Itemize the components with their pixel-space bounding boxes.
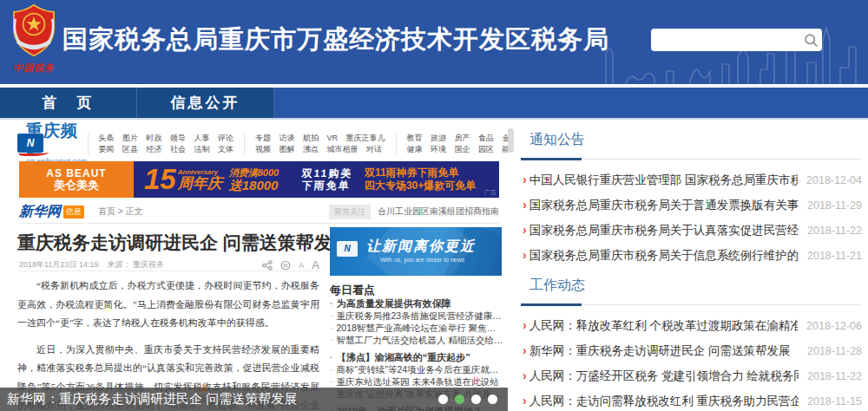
chevron-right-icon: › xyxy=(523,313,527,338)
notices-section: 通知公告 › 中国人民银行重庆营业管理部 国家税务总局重庆市税务局关于... 2… xyxy=(521,128,862,268)
article-divider xyxy=(17,271,319,271)
tax-emblem-logo: 中国税务 xyxy=(8,3,60,75)
breadcrumb-bar: 新华网 信息 首页 > 正文 聚焦关注 合川工业园区南溪组团招商指南 xyxy=(19,203,499,220)
chevron-right-icon: › xyxy=(523,338,527,363)
ad-banner[interactable]: AS BEAUT 美仑美奂 15 Anniversary 周年庆 消费满8000… xyxy=(19,161,499,198)
focus-chip[interactable]: 聚焦关注 xyxy=(329,205,371,219)
ad-slogan-line1: 双11雨神券下雨免单 xyxy=(365,166,476,179)
list-item[interactable]: 重庆东站选址茶园 未来4条轨道在此设站 xyxy=(330,375,503,388)
menu-row[interactable]: 健康 环境 国企 园区 能源 xyxy=(407,144,508,155)
chevron-right-icon: › xyxy=(523,218,527,243)
news-link[interactable]: 新华网：重庆税务走访调研进民企 问需送策帮发展 xyxy=(529,343,799,359)
carousel-dot-active[interactable] xyxy=(455,395,464,404)
table-row[interactable]: › 国家税务总局重庆市税务局关于普通发票换版有关事项的通告 2018-11-29 xyxy=(521,192,862,218)
work-news-list: › 人民网：释放改革红利 个税改革过渡期政策在渝精准落地 2018-12-06 … xyxy=(521,313,862,411)
ad-offer-line1: 消费满8000 xyxy=(229,167,279,179)
news-link[interactable]: 人民网：走访问需释放税改红利 重庆税务助力民营企业发展 xyxy=(529,394,799,409)
table-row[interactable]: › 人民网：万盛经开区税务 党建引领增合力 绘就税务同心圆 2018-11-22 xyxy=(521,363,862,388)
nav-item-info-disclosure[interactable]: 信息公开 xyxy=(137,88,274,118)
daily-highlights-title: 每日看点 xyxy=(330,283,375,298)
news-date: 2018-11-15 xyxy=(807,395,862,408)
xinhuanet-wordmark[interactable]: 新华网 xyxy=(19,203,61,221)
list-item[interactable]: 智慧工厂力气活交给机器人 精细活交给智能系统 xyxy=(330,334,503,346)
carousel-dot[interactable] xyxy=(471,395,481,404)
right-panel: 通知公告 › 中国人民银行重庆营业管理部 国家税务总局重庆市税务局关于... 2… xyxy=(521,121,862,411)
ad-anniversary-cn: 周年庆 xyxy=(178,176,222,192)
list-item[interactable]: 商标“变转续”等24项业务今后在重庆就能办理 xyxy=(330,363,503,375)
ad-anniversary-number: 15 xyxy=(144,161,176,198)
menu-row[interactable]: 专题 访谈 航拍 VR 重庆正事儿 xyxy=(255,133,385,144)
font-increase-icon[interactable]: A xyxy=(312,258,319,271)
ticker-headline[interactable]: 新华网：重庆税务走访调研进民企 问需送策帮发展 xyxy=(7,391,297,408)
ad-slogan-line2: 四大专场30+爆款可免单 xyxy=(365,179,476,192)
table-row[interactable]: › 新华网：重庆税务走访调研进民企 问需送策帮发展 2018-11-28 xyxy=(521,338,862,363)
search-icon xyxy=(804,33,819,48)
ad-art-line2: 下雨免单 xyxy=(300,179,352,192)
notices-title[interactable]: 通知公告 xyxy=(521,128,862,151)
site-header: 中国税务 国家税务总局重庆市万盛经济技术开发区税务局 xyxy=(0,0,868,84)
banner-slogan-en: With us, you are closer to news xyxy=(380,257,464,263)
menu-row[interactable]: 教育 旅游 房产 食品 金融 xyxy=(407,133,508,144)
print-icon[interactable] xyxy=(280,260,291,271)
list-item[interactable]: 2018智慧产业高峰论坛在渝举行 聚焦大数据创新 xyxy=(330,322,503,334)
article-title: 重庆税务走访调研进民企 问需送策帮发展 xyxy=(17,231,326,255)
work-news-section: 工作动态 › 人民网：释放改革红利 个税改革过渡期政策在渝精准落地 2018-1… xyxy=(521,274,862,411)
search-input[interactable] xyxy=(651,29,799,51)
focus-headline[interactable]: 合川工业园区南溪组团招商指南 xyxy=(378,206,499,218)
article-date: 2018年11月23日 14:19 xyxy=(19,259,98,271)
notice-date: 2018-11-22 xyxy=(807,225,862,237)
table-row[interactable]: › 人民网：走访问需释放税改红利 重庆税务助力民营企业发展 2018-11-15 xyxy=(521,388,862,411)
share-icon[interactable] xyxy=(262,260,273,271)
menu-row[interactable]: 视频 图解 沸点 城市相册 对话 xyxy=(255,144,385,155)
font-decrease-icon[interactable]: A xyxy=(299,261,304,270)
rule-dark xyxy=(521,158,582,160)
ad-brand-en: AS BEAUT xyxy=(46,167,106,179)
info-tag: 信息 xyxy=(63,206,84,219)
news-link[interactable]: 人民网：释放改革红利 个税改革过渡期政策在渝精准落地 xyxy=(529,318,798,334)
carousel-dot[interactable] xyxy=(438,395,448,404)
frame-scrollbar[interactable] xyxy=(508,128,514,153)
ad-tag-label: 广告 xyxy=(484,188,496,197)
carousel-dot[interactable] xyxy=(488,395,497,404)
menu-row[interactable]: 要闻 区县 经济 社会 法制 文体 xyxy=(99,144,234,155)
menu-group-2: 专题 访谈 航拍 VR 重庆正事儿 视频 图解 沸点 城市相册 对话 xyxy=(244,133,396,155)
tax-bureau-homepage: 中国税务 国家税务总局重庆市万盛经济技术开发区税务局 首 页 信息公开 N xyxy=(0,0,868,411)
table-row[interactable]: › 国家税务总局重庆市税务局关于信息系统例行维护的通知 2018-11-21 xyxy=(521,243,862,268)
ad-offer: 消费满8000 送18000 xyxy=(229,167,279,192)
page-title: 国家税务总局重庆市万盛经济技术开发区税务局 xyxy=(62,23,609,57)
list-item[interactable]: 【沸点】渝湘高铁的“重庆起步” xyxy=(330,351,503,363)
nav-item-home[interactable]: 首 页 xyxy=(0,88,137,118)
ad-brand-block: AS BEAUT 美仑美奂 xyxy=(19,161,134,198)
work-news-title[interactable]: 工作动态 xyxy=(521,274,862,297)
banner-slogan-cn: 让新闻离你更近 xyxy=(366,238,476,256)
list-item[interactable]: 重庆税务局推23条措施促民营经济健康发展 xyxy=(330,310,503,322)
search-button[interactable] xyxy=(799,29,822,51)
menu-row[interactable]: 头条 图片 时政 领导 人事 评论 xyxy=(99,133,234,144)
table-row[interactable]: › 中国人民银行重庆营业管理部 国家税务总局重庆市税务局关于... 2018-1… xyxy=(521,167,862,192)
table-row[interactable]: › 国家税务总局重庆市税务局关于认真落实促进民营经济发展若干... 2018-1… xyxy=(521,218,862,243)
section-rule xyxy=(521,158,862,160)
chevron-right-icon: › xyxy=(523,192,527,218)
embedded-news-frame: N 重庆频道 cq.xinhuanet.com 头条 图片 时政 领导 人事 评… xyxy=(0,121,508,411)
news-link[interactable]: 人民网：万盛经开区税务 党建引领增合力 绘就税务同心圆 xyxy=(529,369,799,384)
promo-banner[interactable]: N 让新闻离你更近 With us, you are closer to new… xyxy=(330,227,502,276)
notice-date: 2018-12-04 xyxy=(806,174,862,186)
notice-link[interactable]: 国家税务总局重庆市税务局关于信息系统例行维护的通知 xyxy=(529,248,799,264)
breadcrumb-right: 聚焦关注 合川工业园区南溪组团招商指南 xyxy=(329,205,499,219)
list-item[interactable]: 为高质量发展提供有效保障 xyxy=(330,297,503,310)
news-date: 2018-12-06 xyxy=(806,320,862,332)
ad-anniversary-label: Anniversary 周年庆 xyxy=(178,168,222,192)
ad-offer-line2: 送18000 xyxy=(229,179,279,192)
rule-dark xyxy=(521,303,582,306)
notice-link[interactable]: 国家税务总局重庆市税务局关于认真落实促进民营经济发展若干... xyxy=(529,223,799,238)
notice-link[interactable]: 中国人民银行重庆营业管理部 国家税务总局重庆市税务局关于... xyxy=(529,173,798,188)
breadcrumb[interactable]: 首页 > 正文 xyxy=(98,206,142,218)
table-row[interactable]: › 人民网：释放改革红利 个税改革过渡期政策在渝精准落地 2018-12-06 xyxy=(521,313,862,338)
ad-art-text: 双11购美 下雨免单 xyxy=(300,167,354,192)
chevron-right-icon: › xyxy=(523,363,527,388)
article-meta: 2018年11月23日 14:19 来源： 重庆税务 A A xyxy=(19,258,319,271)
tax-emblem-icon xyxy=(10,3,57,57)
chevron-right-icon: › xyxy=(523,388,527,411)
notice-date: 2018-11-21 xyxy=(807,250,862,262)
notice-link[interactable]: 国家税务总局重庆市税务局关于普通发票换版有关事项的通告 xyxy=(529,198,799,213)
